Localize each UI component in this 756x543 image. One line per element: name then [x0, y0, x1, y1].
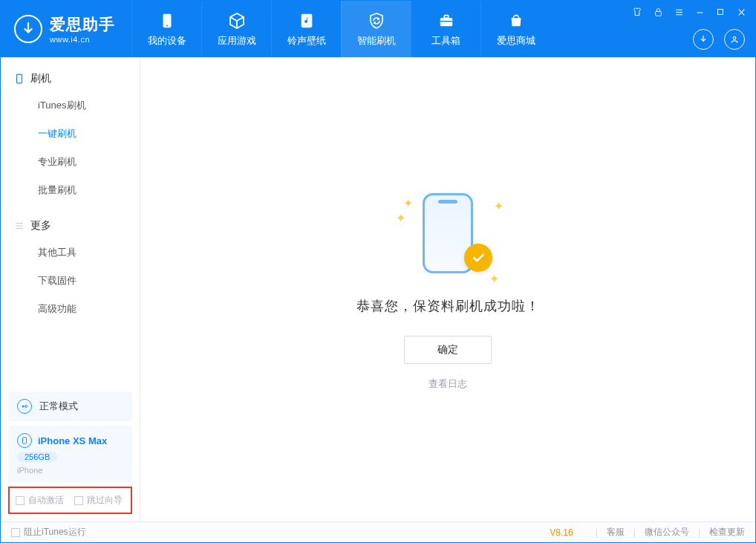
svg-rect-6 [655, 11, 661, 16]
tab-label: 工具箱 [431, 34, 460, 48]
device-icon [157, 11, 177, 30]
checkbox-label: 阻止iTunes运行 [24, 526, 86, 539]
tab-store[interactable]: 爱思商城 [480, 1, 550, 57]
sparkle-icon: ✦ [489, 272, 495, 278]
section-title: 更多 [30, 219, 51, 233]
sparkle-icon: ✦ [396, 211, 402, 217]
titlebar: 爱思助手 www.i4.cn 我的设备 应用游戏 铃声壁纸 智 [1, 1, 755, 57]
sidebar-item-oneclick[interactable]: 一键刷机 [1, 120, 140, 148]
device-card[interactable]: iPhone XS Max 256GB iPhone [8, 426, 132, 482]
tab-label: 智能刷机 [357, 34, 396, 48]
status-link-update[interactable]: 检查更新 [709, 526, 745, 539]
mode-icon [17, 399, 32, 414]
sidebar-item-batch[interactable]: 批量刷机 [1, 176, 140, 204]
status-bar: 阻止iTunes运行 V8.16 | 客服 | 微信公众号 | 检查更新 [1, 521, 755, 542]
cube-icon [227, 11, 247, 30]
window-controls [629, 4, 749, 20]
maximize-button[interactable] [712, 4, 729, 20]
toolbox-icon [437, 11, 456, 30]
checkbox-label: 跳过向导 [87, 494, 123, 507]
sidebar-item-pro[interactable]: 专业刷机 [1, 148, 140, 176]
svg-point-10 [22, 406, 25, 408]
device-name: iPhone XS Max [38, 435, 107, 446]
checkbox-icon [11, 528, 20, 537]
close-button[interactable] [733, 4, 749, 20]
svg-rect-12 [23, 438, 27, 443]
options-box: 自动激活 跳过向导 [8, 487, 132, 514]
checkbox-icon [74, 496, 83, 505]
lock-icon[interactable] [650, 4, 666, 20]
refresh-shield-icon [367, 11, 386, 30]
tab-rings[interactable]: 铃声壁纸 [271, 1, 341, 57]
header-right-actions [693, 29, 745, 50]
logo-icon [14, 15, 42, 43]
success-message: 恭喜您，保资料刷机成功啦！ [356, 297, 540, 315]
version-label: V8.16 [550, 527, 573, 538]
user-button[interactable] [724, 29, 745, 50]
menu-icon[interactable] [671, 4, 687, 20]
sidebar-item-advanced[interactable]: 高级功能 [1, 295, 140, 323]
tab-label: 我的设备 [148, 34, 186, 48]
sparkle-icon: ✦ [403, 196, 409, 202]
sidebar-item-othertools[interactable]: 其他工具 [1, 238, 140, 267]
svg-rect-3 [440, 18, 452, 26]
device-storage: 256GB [17, 452, 57, 462]
app-logo: 爱思助手 www.i4.cn [1, 1, 131, 57]
checkbox-icon [16, 496, 25, 505]
tab-apps[interactable]: 应用游戏 [201, 1, 271, 57]
svg-rect-7 [718, 10, 723, 15]
checkbox-skip-wizard[interactable]: 跳过向导 [74, 494, 123, 507]
view-log-link[interactable]: 查看日志 [428, 377, 467, 391]
sidebar-section-more: 更多 [1, 212, 140, 238]
nav-tabs: 我的设备 应用游戏 铃声壁纸 智能刷机 工具箱 [131, 1, 550, 57]
phone-outline-icon [14, 74, 25, 84]
sidebar-section-flash: 刷机 [1, 65, 140, 91]
svg-rect-5 [440, 21, 452, 22]
mode-label: 正常模式 [39, 400, 78, 413]
tab-label: 应用游戏 [218, 34, 256, 48]
success-illustration: ✦ ✦ ✦ ✦ [403, 189, 492, 278]
tab-toolbox[interactable]: 工具箱 [411, 1, 480, 57]
device-type: iPhone [17, 466, 123, 475]
checkbox-label: 自动激活 [28, 494, 64, 507]
list-icon [14, 221, 25, 231]
svg-point-8 [733, 36, 736, 39]
check-badge-icon [464, 244, 492, 272]
app-name: 爱思助手 [50, 14, 115, 35]
tab-flash[interactable]: 智能刷机 [341, 1, 411, 57]
tshirt-icon[interactable] [629, 4, 645, 20]
music-file-icon [297, 11, 316, 30]
sparkle-icon: ✦ [494, 199, 500, 205]
minimize-button[interactable] [691, 4, 708, 20]
tab-label: 爱思商城 [497, 34, 535, 48]
main-content: ✦ ✦ ✦ ✦ 恭喜您，保资料刷机成功啦！ 确定 查看日志 [140, 57, 755, 521]
sidebar: 刷机 iTunes刷机 一键刷机 专业刷机 批量刷机 更多 其他工具 下载固件 … [1, 57, 140, 521]
svg-rect-9 [17, 74, 22, 83]
bag-icon [506, 11, 526, 30]
status-link-wechat[interactable]: 微信公众号 [645, 526, 689, 539]
tab-device[interactable]: 我的设备 [131, 1, 201, 57]
checkbox-block-itunes[interactable]: 阻止iTunes运行 [11, 526, 86, 539]
mode-card[interactable]: 正常模式 [8, 391, 132, 421]
ok-button[interactable]: 确定 [404, 336, 492, 364]
tab-label: 铃声壁纸 [287, 34, 326, 48]
sidebar-item-itunes[interactable]: iTunes刷机 [1, 91, 140, 120]
svg-rect-4 [444, 15, 449, 18]
status-link-support[interactable]: 客服 [607, 526, 625, 539]
device-small-icon [17, 433, 32, 448]
svg-point-1 [166, 25, 168, 26]
app-url: www.i4.cn [50, 35, 115, 44]
checkbox-auto-activate[interactable]: 自动激活 [16, 494, 64, 507]
sidebar-item-firmware[interactable]: 下载固件 [1, 267, 140, 295]
section-title: 刷机 [30, 72, 51, 85]
download-button[interactable] [693, 29, 714, 50]
svg-point-11 [25, 406, 27, 408]
